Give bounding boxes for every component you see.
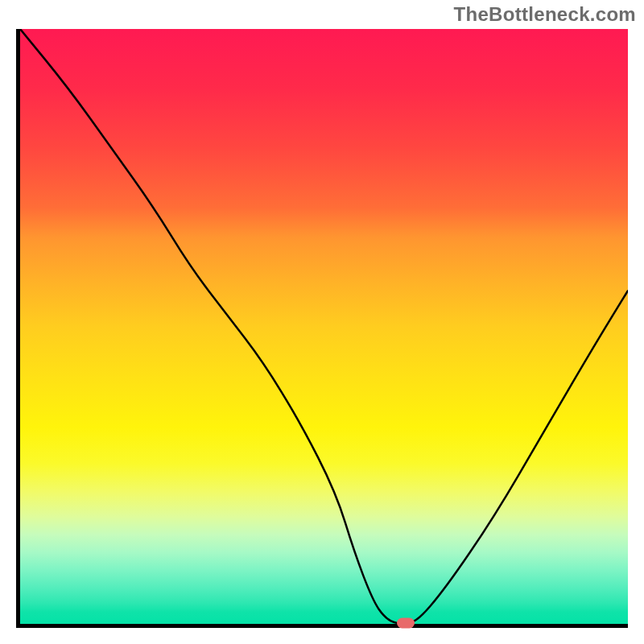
chart-container: TheBottleneck.com xyxy=(0,0,644,644)
watermark-text: TheBottleneck.com xyxy=(454,3,636,26)
bottleneck-curve xyxy=(20,29,628,624)
plot-area xyxy=(16,29,628,628)
optimal-marker xyxy=(397,618,415,629)
